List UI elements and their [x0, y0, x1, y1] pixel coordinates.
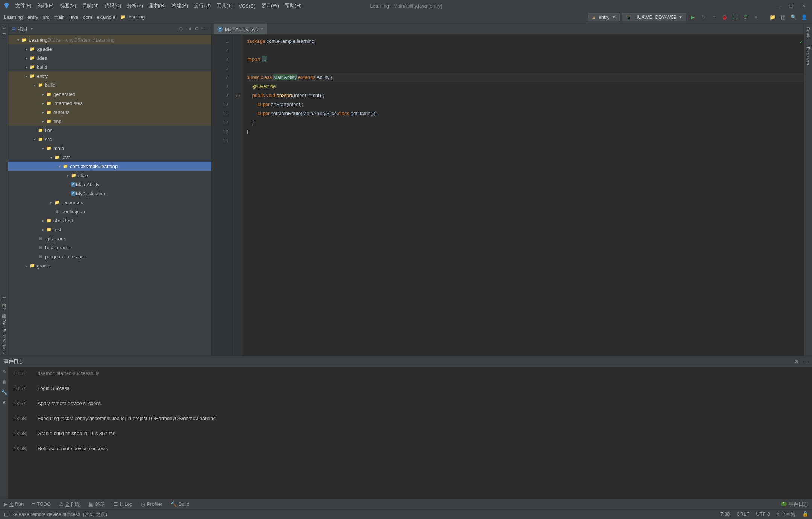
- menu-item[interactable]: 导航(N): [79, 2, 101, 10]
- chevron-right-icon[interactable]: ▸: [23, 56, 29, 60]
- breadcrumb-item[interactable]: com: [83, 14, 92, 20]
- tree-node[interactable]: ▸📁generated: [8, 90, 211, 99]
- chevron-right-icon[interactable]: ▸: [40, 110, 46, 114]
- tree-node[interactable]: ▸📁outputs: [8, 108, 211, 117]
- breadcrumb-item[interactable]: main: [54, 14, 65, 20]
- chevron-down-icon[interactable]: ▾: [48, 155, 54, 159]
- code-content[interactable]: package com.example.learning;import ...p…: [243, 35, 804, 356]
- gear-icon[interactable]: ⚙: [794, 359, 799, 364]
- chevron-right-icon[interactable]: ▸: [48, 200, 54, 205]
- tree-node[interactable]: C MainAbility: [8, 180, 211, 189]
- tree-node[interactable]: 📁libs: [8, 126, 211, 135]
- menu-item[interactable]: VCS(S): [236, 2, 258, 9]
- menu-item[interactable]: 运行(U): [191, 2, 213, 10]
- event-log-content[interactable]: 18:57daemon started successfully18:57Log…: [8, 367, 812, 499]
- bottom-tool-[interactable]: ⚠6: 问题: [59, 501, 80, 508]
- right-tab-gradle[interactable]: Gradle: [805, 25, 811, 42]
- status-item[interactable]: CRLF: [736, 511, 749, 518]
- wrench-icon[interactable]: 🔧: [1, 389, 7, 395]
- hide-icon[interactable]: —: [803, 359, 808, 364]
- code-editor[interactable]: 12367891011121314 o↑ package com.example…: [211, 35, 804, 356]
- open-folder-icon[interactable]: 📁: [768, 13, 777, 21]
- bottom-tool-build[interactable]: 🔨Build: [171, 501, 189, 507]
- menu-item[interactable]: 工具(T): [214, 2, 235, 10]
- collapse-icon[interactable]: ⇥: [187, 26, 191, 32]
- menu-item[interactable]: 构建(B): [169, 2, 191, 10]
- tree-node[interactable]: ▸📁build: [8, 62, 211, 71]
- left-tab-favorites[interactable]: 2:收藏: [0, 305, 8, 313]
- tree-node[interactable]: ▸📁test: [8, 225, 211, 234]
- chevron-down-icon[interactable]: ▾: [32, 83, 38, 87]
- chevron-right-icon[interactable]: ▸: [40, 101, 46, 105]
- tree-node[interactable]: ▸📁ohosTest: [8, 216, 211, 225]
- menu-item[interactable]: 分析(Z): [124, 2, 146, 10]
- run-list-icon[interactable]: ≡: [710, 13, 718, 21]
- menu-item[interactable]: 帮助(H): [282, 2, 304, 10]
- chevron-down-icon[interactable]: ▾: [23, 74, 29, 78]
- close-tab-icon[interactable]: ×: [261, 27, 263, 32]
- bottom-tool-todo[interactable]: ≡TODO: [32, 501, 51, 507]
- breadcrumb-item[interactable]: src: [43, 14, 49, 20]
- bottom-tool-run[interactable]: ▶4: Run: [4, 501, 24, 507]
- chevron-down-icon[interactable]: ▾: [40, 146, 46, 150]
- tree-node[interactable]: 🗎build.gradle: [8, 243, 211, 252]
- tree-node[interactable]: 🗎.gitignore: [8, 234, 211, 243]
- chevron-down-icon[interactable]: ▼: [30, 27, 33, 31]
- tree-node[interactable]: ▸📁tmp: [8, 117, 211, 126]
- structure-icon[interactable]: ▥: [779, 13, 787, 21]
- tree-node[interactable]: ▾📁build: [8, 80, 211, 90]
- status-item[interactable]: 4 个空格: [777, 511, 795, 518]
- run-config-selector[interactable]: ▲ entry ▼: [588, 13, 620, 21]
- status-item[interactable]: 7:30: [720, 511, 730, 518]
- bottom-tool-hilog[interactable]: ☰HiLog: [114, 501, 133, 507]
- breadcrumb[interactable]: Learning › entry › src › main › java › c…: [4, 14, 145, 20]
- menu-item[interactable]: 重构(R): [147, 2, 168, 10]
- chevron-right-icon[interactable]: ▸: [23, 47, 29, 51]
- rerun-icon[interactable]: ↻: [699, 13, 707, 21]
- chevron-right-icon[interactable]: ▸: [40, 92, 46, 96]
- star-icon[interactable]: ★: [2, 399, 6, 405]
- status-item[interactable]: UTF-8: [756, 511, 770, 518]
- avatar-icon[interactable]: 👤: [800, 13, 808, 21]
- layout-tool-icon[interactable]: ☰: [2, 33, 6, 38]
- chevron-right-icon[interactable]: ▸: [40, 228, 46, 232]
- chevron-down-icon[interactable]: ▾: [15, 38, 21, 42]
- minimize-icon[interactable]: —: [776, 3, 781, 9]
- tree-node[interactable]: 🗎proguard-rules.pro: [8, 252, 211, 261]
- left-tab-ohosbuild[interactable]: OhosBuild Variants: [1, 316, 7, 356]
- menu-item[interactable]: 文件(F): [13, 2, 34, 10]
- tree-node[interactable]: ▸📁slice: [8, 171, 211, 180]
- hide-icon[interactable]: —: [203, 26, 208, 32]
- trash-icon[interactable]: 🗑: [2, 379, 7, 385]
- breadcrumb-item[interactable]: example: [97, 14, 115, 20]
- status-item[interactable]: 🔒: [802, 511, 808, 518]
- tree-node[interactable]: ▾📁java: [8, 153, 211, 162]
- menu-item[interactable]: 代码(C): [102, 2, 124, 10]
- maximize-icon[interactable]: ❐: [789, 3, 794, 9]
- menu-item[interactable]: 编辑(E): [35, 2, 56, 10]
- debug-icon[interactable]: 🐞: [720, 13, 729, 21]
- profile-icon[interactable]: ⏱: [741, 13, 750, 21]
- tree-node[interactable]: ▾📁entry: [8, 71, 211, 80]
- tree-node[interactable]: ▾📁Learning D:\HarmonyOS\demo\Learning: [8, 35, 211, 44]
- tree-node[interactable]: ▸📁.gradle: [8, 44, 211, 53]
- chevron-right-icon[interactable]: ▸: [65, 173, 71, 178]
- bottom-tool-profiler[interactable]: ◷Profiler: [141, 501, 162, 507]
- chevron-down-icon[interactable]: ▾: [32, 137, 38, 141]
- menu-item[interactable]: 窗口(W): [259, 2, 282, 10]
- status-icon[interactable]: ▢: [4, 511, 8, 517]
- tree-node[interactable]: ▾📁main: [8, 144, 211, 153]
- chevron-right-icon[interactable]: ▸: [40, 119, 46, 123]
- right-tab-previewer[interactable]: Previewer: [805, 45, 811, 68]
- tree-node[interactable]: ▸📁resources: [8, 198, 211, 207]
- locate-icon[interactable]: ⊕: [179, 26, 183, 32]
- stop-icon[interactable]: ■: [752, 13, 760, 21]
- breadcrumb-item[interactable]: entry: [27, 14, 38, 20]
- chevron-right-icon[interactable]: ▸: [40, 219, 46, 223]
- menu-item[interactable]: 视图(V): [57, 2, 79, 10]
- search-icon[interactable]: 🔍: [789, 13, 798, 21]
- tree-node[interactable]: ▸📁gradle: [8, 261, 211, 270]
- breadcrumb-item[interactable]: Learning: [4, 14, 23, 20]
- event-log-tab[interactable]: 1 事件日志: [781, 501, 808, 508]
- bottom-tool-[interactable]: ▣终端: [89, 501, 105, 508]
